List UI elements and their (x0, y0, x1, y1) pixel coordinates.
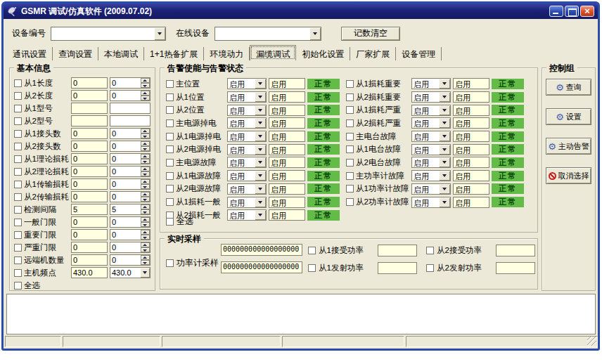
value-input[interactable]: 0 (71, 254, 108, 266)
checkbox[interactable] (14, 206, 22, 214)
checkbox[interactable] (346, 172, 354, 180)
value-input[interactable]: 0 (71, 166, 108, 177)
enable-input[interactable]: 启用 (269, 183, 305, 195)
chevron-down-icon[interactable] (255, 184, 266, 194)
tab[interactable]: 设备管理 (396, 47, 442, 60)
enable-input[interactable]: 启用 (269, 131, 305, 142)
checkbox[interactable] (14, 256, 22, 264)
value-spinner[interactable] (110, 103, 150, 114)
enable-dropdown[interactable]: 启用 (411, 78, 451, 89)
chevron-down-icon[interactable] (255, 105, 266, 115)
resize-grip[interactable] (587, 337, 596, 346)
checkbox[interactable] (346, 198, 354, 206)
checkbox[interactable] (426, 264, 434, 272)
spinner-buttons[interactable] (141, 242, 150, 252)
value-spinner[interactable]: 0 (110, 128, 150, 139)
chevron-down-icon[interactable] (439, 92, 450, 102)
value-spinner[interactable] (110, 115, 150, 126)
checkbox[interactable] (14, 143, 22, 150)
spinner-buttons[interactable] (141, 141, 150, 151)
enable-dropdown[interactable]: 启用 (227, 91, 267, 103)
chevron-down-icon[interactable] (439, 79, 450, 89)
value-input[interactable]: 430.0 (71, 267, 108, 278)
enable-dropdown[interactable]: 启用 (227, 117, 267, 129)
enable-dropdown[interactable]: 启用 (227, 157, 267, 168)
chevron-down-icon[interactable] (309, 27, 321, 40)
spinner-buttons[interactable] (141, 204, 150, 214)
enable-input[interactable]: 启用 (269, 144, 305, 155)
checkbox[interactable] (166, 172, 174, 180)
value-spinner[interactable]: 0 (110, 77, 150, 89)
value-spinner[interactable]: 0 (110, 141, 150, 152)
enable-dropdown[interactable]: 启用 (227, 209, 267, 221)
message-list[interactable] (6, 294, 596, 334)
enable-dropdown[interactable]: 启用 (411, 105, 451, 116)
query-button[interactable]: ⚙查询 (546, 79, 591, 96)
enable-input[interactable]: 启用 (453, 144, 489, 155)
value-spinner[interactable]: 0 (110, 153, 150, 164)
enable-input[interactable]: 启用 (453, 157, 489, 168)
checkbox[interactable] (166, 133, 174, 141)
value-input[interactable] (71, 115, 108, 126)
value-input[interactable]: 0 (71, 242, 108, 253)
enable-input[interactable]: 启用 (453, 78, 489, 89)
enable-input[interactable]: 启用 (453, 197, 489, 208)
titlebar[interactable]: GSMR 调试/仿真软件 (2009.07.02) (4, 4, 598, 19)
checkbox[interactable] (166, 198, 174, 206)
checkbox[interactable] (166, 106, 174, 114)
enable-dropdown[interactable]: 启用 (411, 197, 451, 208)
enable-input[interactable]: 启用 (269, 78, 305, 89)
enable-dropdown[interactable]: 启用 (227, 78, 267, 89)
checkbox[interactable] (346, 145, 354, 153)
tab[interactable]: 环境动力 (204, 47, 250, 60)
chevron-down-icon[interactable] (255, 197, 266, 207)
value-input[interactable]: 5 (71, 204, 108, 215)
tab[interactable]: 初始化设置 (296, 47, 350, 60)
chevron-down-icon[interactable] (439, 105, 450, 115)
checkbox[interactable] (166, 185, 174, 193)
enable-input[interactable]: 启用 (453, 117, 489, 129)
cancel-select-button[interactable]: 取消选择 (546, 167, 591, 184)
checkbox[interactable] (14, 231, 22, 239)
tab[interactable]: 1+1热备扩展 (144, 47, 204, 60)
checkbox[interactable] (346, 159, 354, 167)
enable-dropdown[interactable]: 启用 (411, 170, 451, 181)
chevron-down-icon[interactable] (255, 210, 266, 220)
value-spinner[interactable]: 430.0 (110, 267, 150, 278)
spinner-buttons[interactable] (141, 91, 150, 100)
checkbox[interactable] (346, 185, 354, 193)
enable-input[interactable]: 启用 (453, 170, 489, 181)
checkbox[interactable] (166, 145, 174, 153)
checkbox[interactable] (166, 93, 174, 101)
chevron-down-icon[interactable] (439, 184, 450, 194)
value-input[interactable]: 0 (71, 229, 108, 240)
checkbox[interactable] (166, 119, 174, 127)
value-input[interactable]: 0 (71, 90, 108, 101)
value-input[interactable]: 0 (71, 128, 108, 139)
enable-dropdown[interactable]: 启用 (227, 105, 267, 116)
value-input[interactable]: 0 (71, 141, 108, 152)
chevron-down-icon[interactable] (255, 131, 266, 141)
online-device-combobox[interactable] (214, 27, 321, 41)
checkbox[interactable] (14, 92, 22, 100)
value-spinner[interactable]: 0 (110, 229, 150, 240)
checkbox[interactable] (14, 282, 22, 290)
spinner-buttons[interactable] (141, 167, 150, 176)
chevron-down-icon[interactable] (439, 157, 450, 167)
enable-dropdown[interactable]: 启用 (411, 183, 451, 195)
value-input[interactable]: 0 (71, 153, 108, 164)
close-button[interactable] (580, 6, 594, 17)
chevron-down-icon[interactable] (255, 92, 266, 102)
enable-input[interactable]: 启用 (269, 197, 305, 208)
enable-dropdown[interactable]: 启用 (227, 131, 267, 142)
spinner-buttons[interactable] (141, 192, 150, 202)
enable-dropdown[interactable]: 启用 (227, 170, 267, 181)
enable-input[interactable]: 启用 (269, 105, 305, 116)
chevron-down-icon[interactable] (439, 118, 450, 128)
counter-input[interactable]: 000000000000000000 (221, 261, 302, 273)
enable-input[interactable]: 启用 (453, 131, 489, 142)
device-no-combobox[interactable] (51, 27, 166, 41)
checkbox[interactable] (166, 259, 174, 267)
value-spinner[interactable]: 0 (110, 178, 150, 190)
chevron-down-icon[interactable] (255, 145, 266, 155)
